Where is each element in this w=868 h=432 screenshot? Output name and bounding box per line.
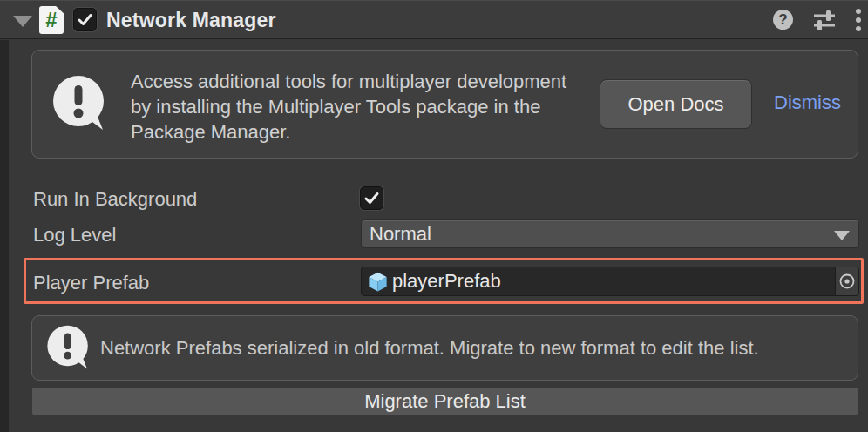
chevron-down-icon bbox=[834, 231, 850, 240]
network-manager-inspector: # Network Manager ? bbox=[0, 0, 868, 432]
foldout-arrow-icon[interactable] bbox=[13, 16, 32, 27]
migrate-prefab-list-button[interactable]: Migrate Prefab List bbox=[31, 387, 858, 416]
banner-message: Access additional tools for multiplayer … bbox=[131, 69, 571, 145]
run-in-background-label: Run In Background bbox=[33, 188, 197, 211]
multiplayer-tools-banner: Access additional tools for multiplayer … bbox=[31, 50, 858, 159]
info-bubble-icon bbox=[51, 74, 112, 140]
more-menu-icon[interactable] bbox=[856, 9, 861, 31]
prefab-cube-icon bbox=[366, 270, 390, 294]
header-actions: ? bbox=[773, 0, 861, 39]
checkmark-icon bbox=[77, 11, 93, 28]
presets-icon[interactable] bbox=[812, 9, 837, 31]
info-bubble-icon bbox=[45, 324, 94, 378]
player-prefab-label: Player Prefab bbox=[33, 272, 149, 294]
log-level-label: Log Level bbox=[33, 224, 116, 246]
component-header: # Network Manager ? bbox=[0, 0, 868, 39]
open-docs-button[interactable]: Open Docs bbox=[600, 79, 752, 129]
warning-message: Network Prefabs serialized in old format… bbox=[100, 337, 841, 360]
component-enabled-checkbox[interactable] bbox=[73, 8, 97, 31]
inspector-left-margin bbox=[0, 40, 9, 432]
network-prefabs-warning: Network Prefabs serialized in old format… bbox=[31, 315, 858, 381]
component-title: Network Manager bbox=[106, 9, 276, 32]
csharp-script-icon: # bbox=[39, 6, 64, 34]
log-level-dropdown[interactable]: Normal bbox=[361, 219, 859, 248]
help-icon[interactable]: ? bbox=[773, 10, 793, 30]
log-level-value: Normal bbox=[362, 223, 431, 246]
dismiss-link[interactable]: Dismiss bbox=[774, 91, 841, 114]
player-prefab-object-field[interactable]: playerPrefab bbox=[361, 267, 859, 296]
player-prefab-value: playerPrefab bbox=[392, 270, 501, 293]
object-picker-icon bbox=[838, 273, 856, 290]
checkmark-icon bbox=[363, 190, 380, 206]
run-in-background-checkbox[interactable] bbox=[360, 186, 383, 210]
object-picker-button[interactable] bbox=[835, 267, 858, 295]
